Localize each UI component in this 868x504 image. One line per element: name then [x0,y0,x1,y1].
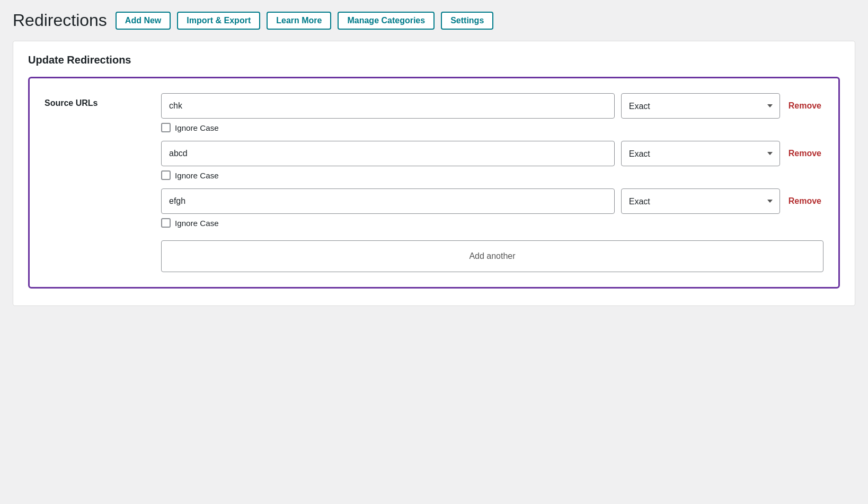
page-title: Redirections [13,11,107,30]
ignore-case-checkbox-1[interactable] [161,123,171,132]
ignore-case-label-2: Ignore Case [175,171,219,180]
ignore-case-checkbox-2[interactable] [161,170,171,180]
page-header: Redirections Add New Import & Export Lea… [13,11,855,30]
remove-button-1[interactable]: Remove [786,101,823,111]
add-another-button[interactable]: Add another [161,240,823,272]
remove-button-3[interactable]: Remove [786,196,823,206]
learn-more-button[interactable]: Learn More [267,12,331,30]
match-select-2[interactable]: Exact Regex Contains Starts With Ends Wi… [621,141,780,166]
source-urls-section: Source URLs Exact Regex Contains Starts … [45,93,823,272]
remove-button-2[interactable]: Remove [786,149,823,158]
ignore-case-label-1: Ignore Case [175,123,219,132]
section-title: Update Redirections [28,54,840,66]
source-urls-fields: Exact Regex Contains Starts With Ends Wi… [161,93,823,272]
url-input-3[interactable] [161,188,615,214]
select-wrapper-3: Exact Regex Contains Starts With Ends Wi… [621,188,780,214]
match-select-1[interactable]: Exact Regex Contains Starts With Ends Wi… [621,93,780,119]
manage-categories-button[interactable]: Manage Categories [338,12,435,30]
url-row-3: Exact Regex Contains Starts With Ends Wi… [161,188,823,214]
match-select-3[interactable]: Exact Regex Contains Starts With Ends Wi… [621,188,780,214]
select-wrapper-1: Exact Regex Contains Starts With Ends Wi… [621,93,780,119]
ignore-case-row-2: Ignore Case [161,170,823,180]
url-input-1[interactable] [161,93,615,119]
ignore-case-row-1: Ignore Case [161,123,823,132]
source-urls-label: Source URLs [45,93,161,108]
import-export-button[interactable]: Import & Export [177,12,260,30]
url-input-2[interactable] [161,141,615,166]
ignore-case-row-3: Ignore Case [161,218,823,228]
source-urls-box: Source URLs Exact Regex Contains Starts … [28,77,840,289]
settings-button[interactable]: Settings [441,12,493,30]
url-row-1: Exact Regex Contains Starts With Ends Wi… [161,93,823,119]
ignore-case-label-3: Ignore Case [175,219,219,228]
ignore-case-checkbox-3[interactable] [161,218,171,228]
url-row-2: Exact Regex Contains Starts With Ends Wi… [161,141,823,166]
add-new-button[interactable]: Add New [116,12,171,30]
select-wrapper-2: Exact Regex Contains Starts With Ends Wi… [621,141,780,166]
main-card: Update Redirections Source URLs Exact Re… [13,41,855,306]
